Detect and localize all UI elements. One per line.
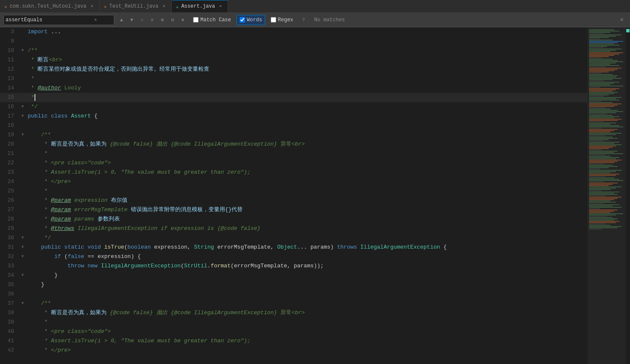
tab-close-assert[interactable]: × (217, 3, 223, 9)
fold-34[interactable]: ▼ (19, 271, 26, 280)
line-content-34: } (26, 271, 587, 280)
line-num-36: 36 (0, 289, 19, 299)
code-line-24: 24 * </pre> (0, 177, 587, 186)
code-line-9: 9 (0, 37, 587, 46)
line-num-29: 29 (0, 224, 19, 233)
fold-17[interactable]: ▼ (19, 112, 26, 121)
fold-19[interactable]: ▼ (19, 130, 26, 140)
code-lines: 3 import ... 9 10 ▼ /** 11 * 断言<br> (0, 27, 587, 355)
line-content-38: * 断言是否为真，如果为 {@code false} 抛出 {@code Ill… (26, 308, 587, 318)
line-num-32: 32 (0, 252, 19, 261)
line-num-12: 12 (0, 65, 19, 74)
line-content-11: * 断言<br> (26, 55, 587, 65)
line-num-37: 37 (0, 299, 19, 308)
code-line-41: 41 * Assert.isTrue(i > 0, "The value mus… (0, 336, 587, 346)
line-content-27: * @param errorMsgTemplate 错误抛出异常附带的消息模板，… (26, 205, 587, 215)
btn2[interactable]: ⊞ (158, 15, 167, 25)
code-line-33: 33 throw new IllegalArgumentException(St… (0, 261, 587, 271)
fold-31[interactable]: ▼ (19, 243, 26, 252)
line-content-33: throw new IllegalArgumentException(StrUt… (26, 261, 587, 271)
line-num-30: 30 (0, 233, 19, 243)
code-line-26: 26 * @param expression 布尔值 (0, 196, 587, 205)
code-line-29: 29 * @throws IllegalArgumentException if… (0, 224, 587, 233)
line-num-3: 3 (0, 27, 19, 37)
tab-close-hutool[interactable]: × (89, 3, 95, 9)
line-num-16: 16 (0, 102, 19, 112)
line-content-31: public static void isTrue(boolean expres… (26, 243, 587, 252)
line-content-23: * Assert.isTrue(i > 0, "The value must b… (26, 168, 587, 177)
fold-37[interactable]: ▼ (19, 299, 26, 308)
words-option[interactable]: Words (237, 15, 265, 25)
line-content-22: * <pre class="code"> (26, 158, 587, 168)
tab-bar: ☕ com.sukn.Test_Hutool.java × ☕ Test_ReU… (0, 0, 630, 13)
java-icon-3: ☕ (176, 4, 179, 9)
line-num-41: 41 (0, 336, 19, 346)
line-content-29: * @throws IllegalArgumentException if ex… (26, 224, 587, 233)
code-line-39: 39 * (0, 318, 587, 327)
tab-reutil[interactable]: ☕ Test_ReUtil.java × (100, 0, 172, 12)
java-icon-2: ☕ (104, 3, 107, 9)
close-search-button[interactable]: × (617, 15, 627, 25)
code-line-40: 40 * <pre class="code"> (0, 327, 587, 336)
code-editor[interactable]: 3 import ... 9 10 ▼ /** 11 * 断言<br> (0, 27, 587, 364)
fold-10[interactable]: ▼ (19, 46, 26, 55)
code-line-14: 14 * @author Looly (0, 83, 587, 93)
line-content-12: * 断言某些对象或值是否符合规定，否则抛出异常。经常用于做变量检查 (26, 65, 587, 74)
code-line-18: 18 (0, 121, 587, 130)
line-num-35: 35 (0, 280, 19, 289)
regex-checkbox[interactable] (271, 17, 276, 23)
code-line-12: 12 * 断言某些对象或值是否符合规定，否则抛出异常。经常用于做变量检查 (0, 65, 587, 74)
clear-search-button[interactable]: × (91, 15, 100, 25)
regex-option[interactable]: Regex (268, 15, 296, 25)
editor-area: 3 import ... 9 10 ▼ /** 11 * 断言<br> (0, 27, 630, 364)
match-case-checkbox[interactable] (193, 17, 199, 23)
fold-16[interactable]: ▼ (19, 102, 26, 112)
find-in-files-button[interactable]: ○ (137, 15, 147, 25)
code-line-27: 27 * @param errorMsgTemplate 错误抛出异常附带的消息… (0, 205, 587, 215)
next-match-button[interactable]: ▼ (127, 15, 136, 25)
line-content-30: */ (26, 233, 587, 243)
line-content-3: import ... (26, 27, 587, 37)
line-num-13: 13 (0, 74, 19, 83)
line-content-35: } (26, 280, 587, 289)
code-line-28: 28 * @param params 参数列表 (0, 215, 587, 224)
fold-32[interactable]: ▼ (19, 252, 26, 261)
code-line-15: 15 * (0, 93, 587, 102)
line-num-25: 25 (0, 186, 19, 196)
code-line-25: 25 * (0, 186, 587, 196)
btn3[interactable]: ⊟ (168, 15, 177, 25)
tab-close-reutil[interactable]: × (161, 3, 167, 9)
search-navigation: ▲ ▼ ○ ≡ ⊞ ⊟ ⊛ (117, 15, 188, 25)
line-num-31: 31 (0, 243, 19, 252)
tab-label-2: Test_ReUtil.java (109, 3, 158, 9)
fold-30[interactable]: ▼ (19, 233, 26, 243)
code-line-31: 31 ▼ public static void isTrue(boolean e… (0, 243, 587, 252)
code-line-42: 42 * </pre> (0, 346, 587, 355)
line-num-38: 38 (0, 308, 19, 318)
tab-hutool[interactable]: ☕ com.sukn.Test_Hutool.java × (0, 0, 100, 12)
search-input[interactable] (6, 17, 91, 23)
code-line-16: 16 ▼ */ (0, 102, 587, 112)
tab-assert[interactable]: ☕ Assert.java × (172, 0, 228, 12)
line-num-33: 33 (0, 261, 19, 271)
line-content-37: /** (26, 299, 587, 308)
words-label: Words (247, 17, 262, 23)
prev-match-button[interactable]: ▲ (117, 15, 126, 25)
line-num-22: 22 (0, 158, 19, 168)
line-num-20: 20 (0, 140, 19, 149)
code-line-10: 10 ▼ /** (0, 46, 587, 55)
line-content-40: * <pre class="code"> (26, 327, 587, 336)
code-line-22: 22 * <pre class="code"> (0, 158, 587, 168)
line-num-9: 9 (0, 37, 19, 46)
line-num-17: 17 (0, 112, 19, 121)
match-case-option[interactable]: Match Case (190, 15, 234, 25)
words-checkbox[interactable] (240, 17, 245, 23)
line-content-20: * 断言是否为真，如果为 {@code false} 抛出 {@code Ill… (26, 140, 587, 149)
line-content-32: if (false == expression) { (26, 252, 587, 261)
help-button[interactable]: ? (299, 15, 308, 25)
java-icon: ☕ (4, 3, 7, 9)
line-content-21: * (26, 149, 587, 158)
filter-button[interactable]: ⊛ (178, 15, 188, 25)
btn1[interactable]: ≡ (147, 15, 157, 25)
code-line-19: 19 ▼ /** (0, 130, 587, 140)
